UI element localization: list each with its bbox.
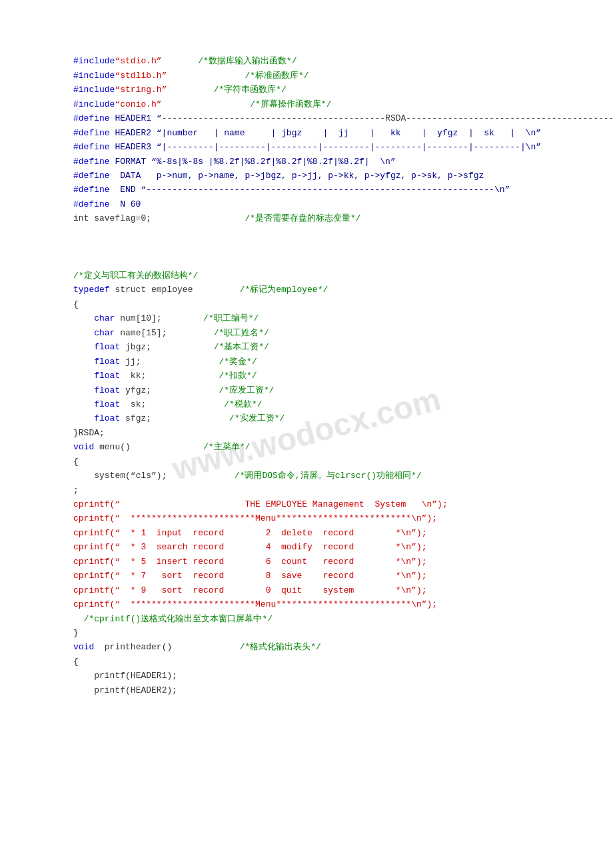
code-line [73, 226, 560, 240]
code-token [73, 413, 94, 423]
code-line: cprintf(“ * 5 insert record 6 count reco… [73, 555, 560, 569]
code-token: /*数据库输入输出函数*/ [198, 56, 297, 66]
code-token: “conio.h” [115, 99, 161, 109]
code-container: #include“stdio.h” /*数据库输入输出函数*/#include“… [73, 40, 560, 697]
code-token: “string.h” [115, 85, 167, 95]
code-token [73, 685, 94, 695]
code-token: N 60 [110, 199, 141, 209]
code-token: /*主菜单*/ [203, 442, 250, 452]
code-token: } [73, 628, 79, 638]
code-line: cprintf(“ * 7 sort record 8 save record … [73, 569, 560, 583]
code-token: /*职工姓名*/ [214, 328, 269, 338]
code-token: float [94, 399, 120, 409]
code-line: #define HEADER2 “|number | name | jbgz |… [73, 126, 560, 140]
code-line: float sfgz; /*实发工资*/ [73, 411, 560, 425]
code-token [151, 213, 245, 223]
code-token: kk; [120, 371, 146, 381]
code-line: ; [73, 483, 560, 497]
code-token: name[15]; [115, 328, 167, 338]
code-token [73, 399, 94, 409]
code-token [73, 328, 94, 338]
code-token: int saveflag=0; [73, 213, 151, 223]
code-token [167, 85, 213, 95]
code-token: #define [73, 157, 110, 167]
code-line: #define FORMAT “%-8s|%-8s |%8.2f|%8.2f|%… [73, 155, 560, 169]
code-token: /*调用DOS命令,清屏。与clrscr()功能相同*/ [235, 471, 422, 481]
code-line: cprintf(“ ************************Menu**… [73, 597, 560, 611]
code-token [162, 99, 251, 109]
code-line: cprintf(“ * 3 search record 4 modify rec… [73, 540, 560, 554]
code-token [151, 385, 219, 395]
code-token: float [94, 371, 120, 381]
code-token: printheader() [94, 642, 172, 652]
code-token: float [94, 385, 120, 395]
code-token: /*基本工资*/ [214, 342, 269, 352]
code-line: float sk; /*税款*/ [73, 397, 560, 411]
code-token: #define [73, 185, 110, 195]
code-token: system(“cls”); [94, 471, 167, 481]
code-line [73, 255, 560, 269]
code-token: /*字符串函数库*/ [214, 85, 287, 95]
code-token: float [94, 413, 120, 423]
code-token: /*标准函数库*/ [245, 71, 308, 81]
code-token [151, 413, 229, 423]
code-token: #define [73, 171, 110, 181]
code-token: /*屏幕操作函数库*/ [250, 99, 331, 109]
code-token: “stdio.h” [115, 56, 161, 66]
code-line [73, 240, 560, 254]
code-token [73, 342, 94, 352]
code-token: { [73, 299, 79, 309]
code-token: sk; [120, 399, 146, 409]
code-line: #define DATA p->num, p->name, p->jbgz, p… [73, 169, 560, 183]
code-token: #include [73, 85, 115, 95]
code-token: ; [73, 485, 79, 495]
code-line: float kk; /*扣款*/ [73, 369, 560, 383]
code-line: #include“conio.h” /*屏幕操作函数库*/ [73, 97, 560, 111]
code-token: “stdlib.h” [115, 71, 167, 81]
code-token: float [94, 357, 120, 367]
code-token: cprintf(“ * 5 insert record 6 count reco… [73, 557, 427, 567]
code-line: cprintf(“ ************************Menu**… [73, 511, 560, 525]
code-line: typedef struct employee /*标记为employee*/ [73, 283, 560, 297]
code-token: cprintf(“ * 7 sort record 8 save record … [73, 571, 427, 581]
code-token: printf(HEADER1); [94, 671, 177, 681]
code-token [167, 71, 245, 81]
code-line: char num[10]; /*职工编号*/ [73, 311, 560, 325]
code-token [73, 371, 94, 381]
code-token [172, 642, 239, 652]
code-token: sfgz; [120, 413, 151, 423]
code-token: FORMAT “%-8s|%-8s |%8.2f|%8.2f|%8.2f|%8.… [110, 157, 396, 167]
code-token: jbgz; [120, 342, 151, 352]
code-token: void [73, 442, 94, 452]
code-line: #define HEADER3 “|---------|---------|--… [73, 140, 560, 154]
code-line: cprintf(“ * 1 input record 2 delete reco… [73, 526, 560, 540]
code-token [167, 328, 213, 338]
code-token [193, 285, 239, 295]
code-line: float jbgz; /*基本工资*/ [73, 340, 560, 354]
code-token [73, 357, 94, 367]
code-line: int saveflag=0; /*是否需要存盘的标志变量*/ [73, 211, 560, 225]
code-token [146, 371, 219, 381]
code-token: jj; [120, 357, 141, 367]
code-line: printf(HEADER1); [73, 669, 560, 683]
code-line: { [73, 297, 560, 311]
code-token: /*定义与职工有关的数据结构*/ [73, 271, 198, 281]
code-token: /*奖金*/ [219, 357, 257, 367]
code-token: struct employee [110, 285, 193, 295]
code-line: system(“cls”); /*调用DOS命令,清屏。与clrscr()功能相… [73, 469, 560, 483]
code-line: cprintf(“ THE EMPLOYEE Management System… [73, 497, 560, 511]
code-token [141, 357, 219, 367]
code-token: #define [73, 199, 110, 209]
code-token: /*格式化输出表头*/ [240, 642, 321, 652]
code-line: /*定义与职工有关的数据结构*/ [73, 269, 560, 283]
code-token: #define [73, 113, 110, 123]
code-line: void printheader() /*格式化输出表头*/ [73, 640, 560, 654]
code-token: num[10]; [115, 313, 161, 323]
code-token: char [94, 313, 115, 323]
code-token: void [73, 642, 94, 652]
code-line: void menu() /*主菜单*/ [73, 440, 560, 454]
code-token [151, 342, 214, 352]
code-line: float jj; /*奖金*/ [73, 355, 560, 369]
code-token: char [94, 328, 115, 338]
code-line: #include“string.h” /*字符串函数库*/ [73, 83, 560, 97]
